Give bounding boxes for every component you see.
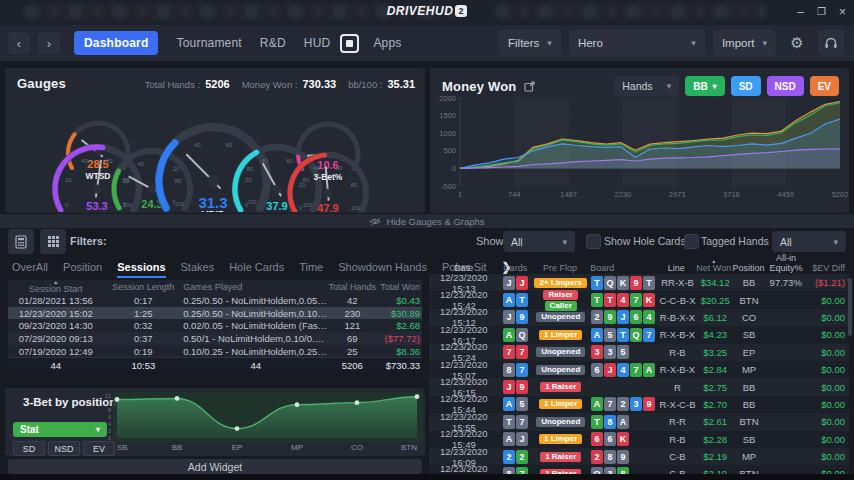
cell-session-start: 01/28/2021 13:56 (8, 295, 104, 306)
col-header-total-won[interactable]: Total Won (376, 282, 422, 292)
report-tab-position[interactable]: Position (63, 261, 102, 273)
cell-session-start: 07/29/2020 09:13 (8, 333, 104, 344)
hud-toggle[interactable] (340, 34, 359, 53)
card-chip: J (516, 276, 528, 290)
report-tab-stakes[interactable]: Stakes (181, 261, 215, 273)
col-header-session-length[interactable]: Session Length (104, 282, 184, 292)
col-header-cards[interactable]: Cards (498, 263, 532, 273)
col-header-session-start[interactable]: ▴Session Start (8, 281, 104, 294)
card-chip: J (503, 276, 515, 290)
hero-dropdown[interactable]: Hero▾ (569, 30, 705, 56)
cell-hole-cards: T7 (499, 415, 533, 429)
card-chip: 4 (617, 293, 629, 307)
svg-text:60: 60 (225, 142, 232, 148)
session-row[interactable]: 09/23/2020 14:300:320.02/0.05 - NoLimitH… (8, 319, 422, 332)
session-row[interactable]: 12/23/2020 15:021:250.25/0.50 - NoLimitH… (8, 307, 422, 320)
session-row[interactable]: 07/29/2020 09:130:370.50/1 - NoLimitHold… (8, 332, 422, 345)
card-chip: 8 (604, 450, 616, 464)
footer-games-count: 44 (183, 360, 328, 371)
cell-hole-cards: 22 (499, 450, 533, 464)
session-row[interactable]: 01/28/2021 13:560:170.25/0.50 - NoLimitH… (8, 294, 422, 307)
svg-text:-500: -500 (441, 182, 456, 191)
card-chip: J (503, 380, 515, 394)
card-chip: J (604, 363, 616, 377)
report-tab-overall[interactable]: OverAll (12, 261, 48, 273)
bb-series-button[interactable]: BB▾ (685, 76, 724, 96)
sd-series-button[interactable]: SD (731, 76, 761, 96)
cell-total-won: ($77.72) (376, 333, 422, 344)
gauges-cluster: 28.5WTSD20406080010053.3W$SD204060800100… (5, 90, 425, 212)
svg-text:0: 0 (172, 199, 175, 205)
nav-tab-apps[interactable]: Apps (373, 36, 401, 50)
svg-text:60: 60 (106, 158, 113, 164)
maximize-button[interactable]: ❐ (817, 3, 826, 21)
cell-line: R (659, 382, 697, 393)
show-hole-cards-checkbox[interactable] (586, 234, 601, 249)
nav-tab-r-d[interactable]: R&D (260, 36, 286, 50)
stat-dropdown[interactable]: Stat▾ (13, 422, 107, 437)
nav-tab-tournament[interactable]: Tournament (176, 36, 241, 50)
hands-table-header: DateCardsPre FlopBoardLine▴Net WonPositi… (429, 258, 849, 273)
report-tab-hole-cards[interactable]: Hole Cards (229, 261, 284, 273)
col-header-all-in-equity[interactable]: All-in Equity% (764, 253, 807, 273)
filters-dropdown[interactable]: Filters▾ (499, 30, 561, 56)
cell-line: C-B (659, 451, 697, 462)
tagged-hands-checkbox[interactable] (684, 234, 699, 249)
report-tab-sessions[interactable]: Sessions (117, 261, 165, 273)
report-tab-showdown-hands[interactable]: Showdown Hands (338, 261, 427, 273)
sessions-table-header: ▴Session StartSession LengthGames Played… (8, 280, 422, 294)
col-header-date[interactable]: Date (429, 263, 498, 273)
report-tab-time[interactable]: Time (299, 261, 323, 273)
card-chip: 5 (516, 397, 528, 411)
gauge-value: 31.3 (198, 194, 227, 211)
cell-games-played: 0.25/0.50 - NoLimitHoldem,0.10/0.25 - No… (183, 308, 328, 319)
nsd-mode-button[interactable]: NSD (48, 441, 80, 456)
hands-dropdown[interactable]: Hands▾ (614, 76, 679, 96)
cell-net-won: $20.25 (696, 295, 734, 306)
col-header-games-played[interactable]: Games Played (183, 282, 328, 292)
ev-series-button[interactable]: EV (810, 76, 839, 96)
widgets-button[interactable] (40, 229, 66, 254)
close-button[interactable]: × (839, 3, 846, 21)
sd-mode-button[interactable]: SD (13, 441, 45, 456)
col-header-total-hands[interactable]: Total Hands (328, 282, 376, 292)
preflop-badge: 2+ Limpers (534, 278, 586, 288)
show-dropdown[interactable]: All▾ (503, 231, 575, 252)
tagged-hands-dropdown[interactable]: All▾ (772, 231, 846, 252)
cell-total-hands: 25 (328, 346, 376, 357)
col-header-ev-diff[interactable]: $EV Diff (808, 263, 849, 273)
card-chip: A (503, 432, 515, 446)
cell-total-hands: 69 (328, 333, 376, 344)
bottom-edge (0, 474, 854, 480)
support-button[interactable] (818, 30, 844, 56)
forward-button[interactable]: › (38, 32, 60, 54)
nsd-series-button[interactable]: NSD (767, 76, 804, 96)
hands-table-scrollbar[interactable] (848, 278, 852, 336)
card-chip: 9 (516, 380, 528, 394)
cell-total-won: $8.36 (376, 346, 422, 357)
preflop-badge: Unopened (536, 417, 585, 427)
nav-tab-dashboard[interactable]: Dashboard (74, 31, 158, 55)
drivehud-window: DRIVEHUD2 – ❐ × ‹ › DashboardTournamentR… (0, 0, 854, 480)
settings-button[interactable]: ⚙ (784, 30, 810, 56)
col-header-position[interactable]: Position (732, 263, 764, 273)
preflop-badge: 1 Raiser (540, 452, 581, 462)
card-chip: 2 (591, 450, 603, 464)
back-button[interactable]: ‹ (8, 32, 30, 54)
import-dropdown[interactable]: Import▾ (713, 30, 776, 56)
col-header-pre-flop[interactable]: Pre Flop (532, 263, 588, 273)
minimize-button[interactable]: – (797, 3, 804, 21)
popout-icon[interactable] (524, 81, 535, 92)
nav-tab-hud[interactable]: HUD (304, 36, 331, 50)
gauge-label: 3-Bet% (314, 172, 343, 182)
col-header-line[interactable]: Line (658, 263, 695, 273)
hand-row[interactable]: 12/23/2020 15:33871 RaiserQ38C-B$2.10BTN… (429, 465, 849, 474)
add-widget-button[interactable]: Add Widget (8, 459, 422, 474)
col-header-board[interactable]: Board (588, 263, 657, 273)
session-row[interactable]: 07/19/2020 12:490:190.10/0.25 - NoLimitH… (8, 345, 422, 358)
cell-hole-cards: 87 (499, 467, 533, 474)
report-builder-button[interactable] (8, 229, 34, 254)
col-header-net-won[interactable]: ▴Net Won (695, 260, 732, 273)
card-chip: 9 (630, 276, 642, 290)
hide-gauges-link[interactable]: Hide Gauges & Graphs (0, 214, 854, 228)
